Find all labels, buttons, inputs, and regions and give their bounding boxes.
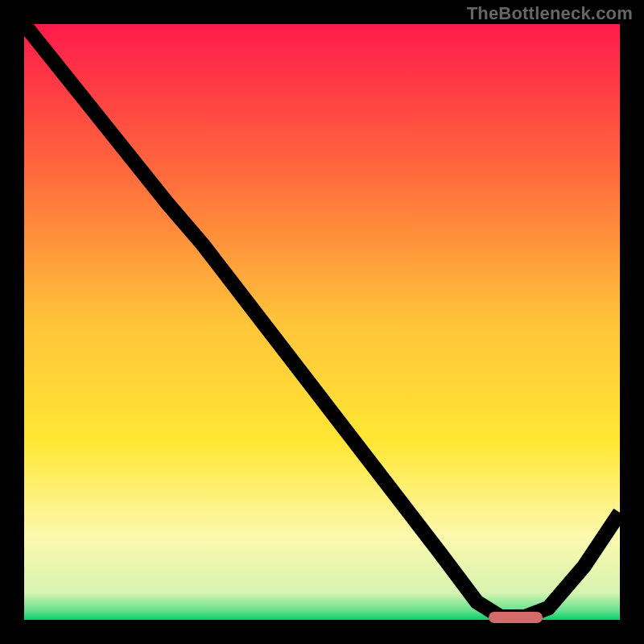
bottleneck-curve	[24, 24, 620, 620]
bottleneck-chart: TheBottleneck.com	[0, 0, 644, 644]
plot-area	[24, 24, 620, 620]
optimal-range-marker	[489, 612, 543, 623]
attribution-label: TheBottleneck.com	[467, 3, 633, 24]
